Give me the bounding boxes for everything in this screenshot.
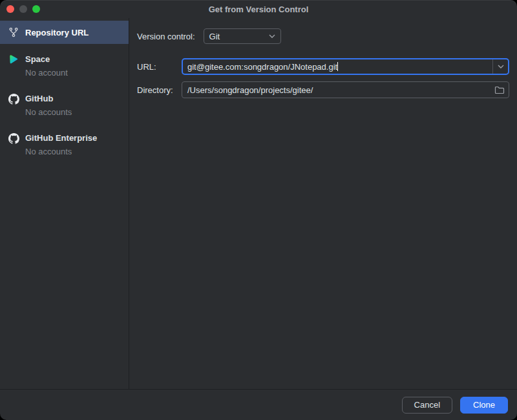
- window-title: Get from Version Control: [209, 5, 309, 14]
- version-control-label: Version control:: [137, 32, 195, 41]
- get-from-version-control-dialog: Get from Version Control Repository URL: [0, 0, 517, 420]
- dialog-content: Repository URL: [0, 18, 517, 389]
- close-button[interactable]: [6, 5, 14, 13]
- traffic-lights: [6, 5, 40, 13]
- clone-button[interactable]: Clone: [460, 397, 508, 414]
- version-control-select[interactable]: Git: [204, 28, 281, 44]
- minimize-button: [19, 5, 27, 13]
- chevron-down-icon: [269, 34, 275, 38]
- url-dropdown-button[interactable]: [492, 59, 508, 74]
- dialog-footer: Cancel Clone: [0, 389, 517, 420]
- sidebar-item-github-enterprise[interactable]: GitHub Enterprise No accounts: [0, 132, 129, 158]
- sidebar-item-label: GitHub Enterprise: [25, 132, 97, 144]
- sidebar-item-label: Space: [25, 54, 50, 65]
- titlebar: Get from Version Control: [0, 0, 517, 18]
- directory-row: Directory: /Users/songdragon/projects/gi…: [137, 81, 509, 98]
- sidebar-item-sublabel: No account: [8, 67, 121, 79]
- sidebar-item-label: GitHub: [25, 93, 53, 105]
- sidebar-item-label: Repository URL: [25, 28, 89, 37]
- version-control-row: Version control: Git: [137, 28, 509, 44]
- sidebar: Repository URL: [0, 18, 129, 389]
- url-label: URL:: [137, 62, 182, 72]
- sidebar-item-repository-url[interactable]: Repository URL: [0, 21, 129, 44]
- sidebar-item-sublabel: No accounts: [8, 146, 121, 158]
- github-icon: [8, 132, 19, 144]
- version-control-value: Git: [209, 32, 269, 41]
- directory-label: Directory:: [137, 85, 182, 95]
- url-row: URL: git@gitee.com:songdragon/JNotepad.g…: [137, 58, 509, 75]
- github-icon: [8, 93, 19, 105]
- url-input[interactable]: git@gitee.com:songdragon/JNotepad.git: [182, 58, 509, 75]
- sidebar-item-sublabel: No accounts: [8, 107, 121, 118]
- directory-input[interactable]: /Users/songdragon/projects/gitee/: [182, 81, 509, 98]
- git-branch-icon: [8, 26, 19, 38]
- sidebar-item-space[interactable]: Space No account: [0, 54, 129, 79]
- text-caret: [337, 62, 338, 71]
- cancel-button[interactable]: Cancel: [402, 397, 452, 414]
- url-value: git@gitee.com:songdragon/JNotepad.git: [187, 62, 337, 72]
- sidebar-item-github[interactable]: GitHub No accounts: [0, 93, 129, 118]
- space-icon: [8, 54, 19, 65]
- directory-value: /Users/songdragon/projects/gitee/: [182, 85, 491, 95]
- main-panel: Version control: Git URL: git@gitee.com:…: [129, 18, 517, 389]
- browse-folder-button[interactable]: [491, 82, 509, 98]
- zoom-button[interactable]: [32, 5, 40, 13]
